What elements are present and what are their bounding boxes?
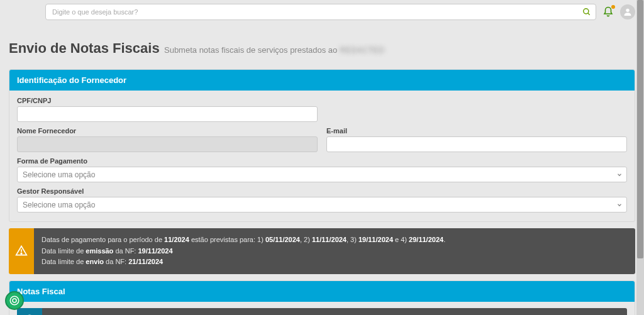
info-alert: Selecione as solicitações que deseja usa… (17, 308, 627, 315)
panel-body: Selecione as solicitações que deseja usa… (9, 302, 635, 315)
notifications-icon[interactable] (602, 6, 614, 18)
alert-text: Datas de pagamento para o período de 11/… (34, 228, 635, 274)
panel-body: CPF/CNPJ Nome Fornecedor E-mail Forma de… (9, 91, 635, 221)
info-text: Selecione as solicitações que deseja usa… (42, 308, 627, 315)
topbar (0, 0, 644, 24)
panel-header: Notas Fiscal (9, 281, 635, 302)
svg-point-4 (21, 253, 22, 255)
email-input[interactable] (326, 136, 627, 152)
search-field-wrap (45, 4, 596, 20)
panel-notas-fiscal: Notas Fiscal Selecione as solicitações q… (9, 280, 635, 315)
svg-point-9 (13, 299, 16, 302)
forma-pagamento-select[interactable]: Selecione uma opção (17, 167, 627, 182)
gestor-responsavel-select[interactable]: Selecione uma opção (17, 197, 627, 213)
svg-point-2 (626, 9, 629, 12)
page-subtitle-prefix: Submeta notas fiscais de serviços presta… (164, 45, 340, 55)
page-heading: Envio de Notas Fiscais Submeta notas fis… (0, 24, 644, 63)
page-title: Envio de Notas Fiscais (9, 40, 160, 56)
panel-header: Identificação do Fornecedor (9, 70, 635, 91)
chevron-down-icon (616, 172, 623, 178)
scrollbar-track[interactable] (636, 0, 644, 315)
page-subtitle-entity: REDACTED (340, 45, 385, 55)
page-subtitle: Submeta notas fiscais de serviços presta… (164, 45, 384, 55)
notification-dot-icon (611, 5, 615, 9)
help-badge[interactable] (5, 291, 24, 310)
select-placeholder: Selecione uma opção (23, 201, 95, 209)
scrollbar-thumb[interactable] (637, 0, 643, 258)
nome-fornecedor-input (17, 136, 318, 152)
svg-point-8 (10, 296, 19, 305)
forma-pagamento-label: Forma de Pagamento (17, 157, 627, 165)
svg-point-0 (584, 9, 589, 14)
warning-icon (9, 228, 34, 274)
nome-fornecedor-label: Nome Fornecedor (17, 127, 318, 135)
cpf-cnpj-input[interactable] (17, 106, 318, 122)
cpf-cnpj-label: CPF/CNPJ (17, 97, 318, 104)
chevron-down-icon (616, 202, 623, 208)
info-icon (17, 308, 42, 315)
payment-dates-alert: Datas de pagamento para o período de 11/… (9, 228, 635, 274)
select-placeholder: Selecione uma opção (23, 170, 95, 179)
user-avatar[interactable] (620, 4, 635, 19)
gestor-responsavel-label: Gestor Responsável (17, 187, 627, 195)
svg-line-1 (588, 13, 590, 15)
search-icon[interactable] (582, 8, 591, 16)
panel-identificacao-fornecedor: Identificação do Fornecedor CPF/CNPJ Nom… (9, 69, 635, 222)
email-label: E-mail (326, 127, 627, 135)
search-input[interactable] (45, 4, 596, 20)
